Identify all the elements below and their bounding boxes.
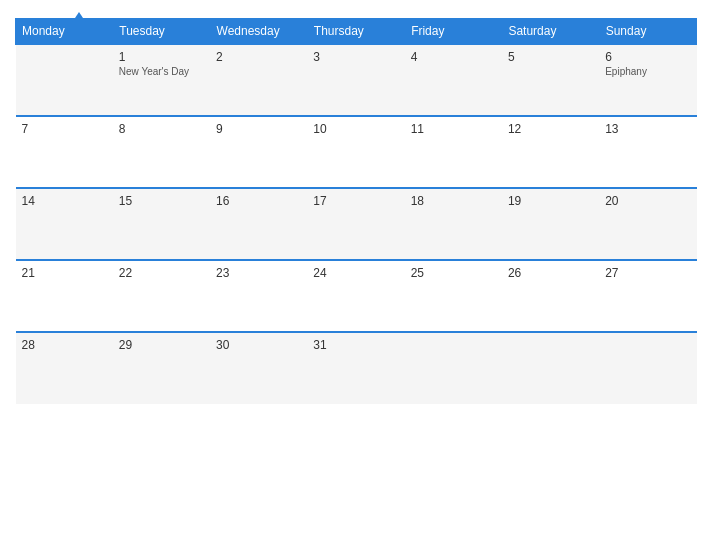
day-number: 12 — [508, 122, 593, 136]
logo-triangle-icon — [71, 12, 87, 24]
calendar-cell: 3 — [307, 44, 404, 116]
holiday-name: New Year's Day — [119, 66, 204, 77]
calendar-cell — [599, 332, 696, 404]
day-number: 14 — [22, 194, 107, 208]
calendar-cell: 26 — [502, 260, 599, 332]
weekday-header-wednesday: Wednesday — [210, 19, 307, 45]
day-number: 21 — [22, 266, 107, 280]
weekday-header-thursday: Thursday — [307, 19, 404, 45]
calendar-cell: 20 — [599, 188, 696, 260]
calendar-cell: 22 — [113, 260, 210, 332]
day-number: 26 — [508, 266, 593, 280]
calendar-container: MondayTuesdayWednesdayThursdayFridaySatu… — [0, 0, 712, 550]
day-number: 30 — [216, 338, 301, 352]
calendar-cell: 18 — [405, 188, 502, 260]
day-number: 5 — [508, 50, 593, 64]
day-number: 23 — [216, 266, 301, 280]
day-number: 4 — [411, 50, 496, 64]
calendar-cell: 12 — [502, 116, 599, 188]
day-number: 6 — [605, 50, 690, 64]
calendar-cell: 8 — [113, 116, 210, 188]
day-number: 2 — [216, 50, 301, 64]
calendar-table: MondayTuesdayWednesdayThursdayFridaySatu… — [15, 18, 697, 404]
calendar-cell: 6Epiphany — [599, 44, 696, 116]
weekday-header-row: MondayTuesdayWednesdayThursdayFridaySatu… — [16, 19, 697, 45]
calendar-cell: 14 — [16, 188, 113, 260]
day-number: 28 — [22, 338, 107, 352]
day-number: 7 — [22, 122, 107, 136]
weekday-header-saturday: Saturday — [502, 19, 599, 45]
calendar-cell: 28 — [16, 332, 113, 404]
calendar-cell: 15 — [113, 188, 210, 260]
day-number: 10 — [313, 122, 398, 136]
weekday-header-tuesday: Tuesday — [113, 19, 210, 45]
holiday-name: Epiphany — [605, 66, 690, 77]
calendar-week-5: 28293031 — [16, 332, 697, 404]
day-number: 9 — [216, 122, 301, 136]
calendar-cell: 4 — [405, 44, 502, 116]
day-number: 27 — [605, 266, 690, 280]
calendar-cell — [405, 332, 502, 404]
day-number: 20 — [605, 194, 690, 208]
calendar-cell: 27 — [599, 260, 696, 332]
calendar-week-4: 21222324252627 — [16, 260, 697, 332]
calendar-cell: 24 — [307, 260, 404, 332]
day-number: 1 — [119, 50, 204, 64]
calendar-cell: 11 — [405, 116, 502, 188]
day-number: 15 — [119, 194, 204, 208]
calendar-week-2: 78910111213 — [16, 116, 697, 188]
day-number: 13 — [605, 122, 690, 136]
day-number: 29 — [119, 338, 204, 352]
day-number: 22 — [119, 266, 204, 280]
calendar-cell: 2 — [210, 44, 307, 116]
calendar-cell: 1New Year's Day — [113, 44, 210, 116]
day-number: 18 — [411, 194, 496, 208]
weekday-header-sunday: Sunday — [599, 19, 696, 45]
calendar-cell: 19 — [502, 188, 599, 260]
calendar-cell: 29 — [113, 332, 210, 404]
calendar-cell: 23 — [210, 260, 307, 332]
day-number: 16 — [216, 194, 301, 208]
day-number: 11 — [411, 122, 496, 136]
calendar-cell: 31 — [307, 332, 404, 404]
day-number: 25 — [411, 266, 496, 280]
day-number: 24 — [313, 266, 398, 280]
calendar-week-3: 14151617181920 — [16, 188, 697, 260]
calendar-week-1: 1New Year's Day23456Epiphany — [16, 44, 697, 116]
day-number: 19 — [508, 194, 593, 208]
calendar-cell: 7 — [16, 116, 113, 188]
calendar-cell — [16, 44, 113, 116]
calendar-cell: 13 — [599, 116, 696, 188]
calendar-cell: 25 — [405, 260, 502, 332]
calendar-cell — [502, 332, 599, 404]
calendar-cell: 16 — [210, 188, 307, 260]
calendar-cell: 5 — [502, 44, 599, 116]
weekday-header-monday: Monday — [16, 19, 113, 45]
day-number: 31 — [313, 338, 398, 352]
calendar-cell: 30 — [210, 332, 307, 404]
day-number: 8 — [119, 122, 204, 136]
calendar-cell: 9 — [210, 116, 307, 188]
day-number: 3 — [313, 50, 398, 64]
weekday-header-friday: Friday — [405, 19, 502, 45]
calendar-cell: 21 — [16, 260, 113, 332]
calendar-cell: 10 — [307, 116, 404, 188]
calendar-cell: 17 — [307, 188, 404, 260]
day-number: 17 — [313, 194, 398, 208]
